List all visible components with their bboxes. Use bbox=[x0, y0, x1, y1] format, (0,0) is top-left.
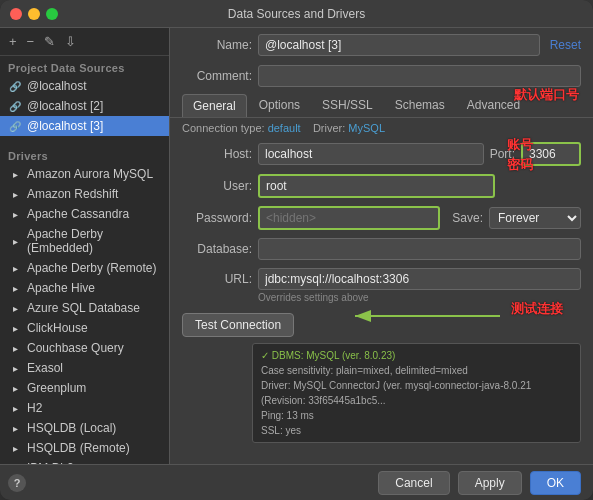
sidebar-item-derby-embedded[interactable]: ▸ Apache Derby (Embedded) bbox=[0, 224, 169, 258]
sidebar-item-azure[interactable]: ▸ Azure SQL Database bbox=[0, 298, 169, 318]
ok-button[interactable]: OK bbox=[530, 471, 581, 495]
conn-type-value[interactable]: default bbox=[268, 122, 301, 134]
driver-icon: ▸ bbox=[8, 234, 22, 248]
test-connection-button[interactable]: Test Connection bbox=[182, 313, 294, 337]
right-panel: Name: Reset Comment: General Options SSH… bbox=[170, 28, 593, 464]
sidebar-item-label: Amazon Aurora MySQL bbox=[27, 167, 153, 181]
tab-sshssl[interactable]: SSH/SSL bbox=[312, 94, 383, 117]
import-datasource-button[interactable]: ⇩ bbox=[62, 32, 79, 51]
tab-options[interactable]: Options bbox=[249, 94, 310, 117]
tab-advanced[interactable]: Advanced bbox=[457, 94, 530, 117]
sidebar-toolbar: + − ✎ ⇩ bbox=[0, 28, 169, 56]
sidebar: + − ✎ ⇩ Project Data Sources 🔗 @localhos… bbox=[0, 28, 170, 464]
result-line-4: SSL: yes bbox=[261, 423, 572, 438]
window-controls bbox=[10, 8, 58, 20]
driver-icon: ▸ bbox=[8, 401, 22, 415]
comment-label: Comment: bbox=[182, 69, 252, 83]
driver-value[interactable]: MySQL bbox=[348, 122, 385, 134]
driver-icon: ▸ bbox=[8, 261, 22, 275]
add-datasource-button[interactable]: + bbox=[6, 32, 20, 51]
sidebar-item-hive[interactable]: ▸ Apache Hive bbox=[0, 278, 169, 298]
sidebar-item-cassandra[interactable]: ▸ Apache Cassandra bbox=[0, 204, 169, 224]
sidebar-item-redshift[interactable]: ▸ Amazon Redshift bbox=[0, 184, 169, 204]
url-label: URL: bbox=[182, 268, 252, 286]
save-row: Save: ForeverUntil restartNever bbox=[452, 207, 581, 229]
database-row: Database: bbox=[170, 234, 593, 264]
port-input[interactable] bbox=[521, 142, 581, 166]
sidebar-item-label: @localhost [3] bbox=[27, 119, 103, 133]
user-input-wrapper bbox=[258, 174, 495, 198]
project-section-title: Project Data Sources bbox=[0, 56, 169, 76]
sidebar-item-label: Amazon Redshift bbox=[27, 187, 118, 201]
driver-icon: ▸ bbox=[8, 341, 22, 355]
sidebar-item-label: Exasol bbox=[27, 361, 63, 375]
drivers-section-title: Drivers bbox=[0, 144, 169, 164]
driver-icon: ▸ bbox=[8, 187, 22, 201]
user-input[interactable] bbox=[258, 174, 495, 198]
comment-row: Comment: bbox=[170, 62, 593, 90]
tab-schemas[interactable]: Schemas bbox=[385, 94, 455, 117]
sidebar-item-label: HSQLDB (Remote) bbox=[27, 441, 130, 455]
sidebar-item-clickhouse[interactable]: ▸ ClickHouse bbox=[0, 318, 169, 338]
database-input[interactable] bbox=[258, 238, 581, 260]
main-content: + − ✎ ⇩ Project Data Sources 🔗 @localhos… bbox=[0, 28, 593, 464]
sidebar-item-exasol[interactable]: ▸ Exasol bbox=[0, 358, 169, 378]
close-button[interactable] bbox=[10, 8, 22, 20]
driver-icon: ▸ bbox=[8, 207, 22, 221]
sidebar-item-hsqldb-local[interactable]: ▸ HSQLDB (Local) bbox=[0, 418, 169, 438]
driver-icon: ▸ bbox=[8, 421, 22, 435]
result-line-0: ✓ DBMS: MySQL (ver. 8.0.23) bbox=[261, 348, 572, 363]
apply-button[interactable]: Apply bbox=[458, 471, 522, 495]
password-input-wrapper bbox=[258, 206, 440, 230]
sidebar-item-couchbase[interactable]: ▸ Couchbase Query bbox=[0, 338, 169, 358]
help-button[interactable]: ? bbox=[8, 474, 26, 492]
driver-icon: ▸ bbox=[8, 281, 22, 295]
password-input[interactable] bbox=[258, 206, 440, 230]
result-line-3: Ping: 13 ms bbox=[261, 408, 572, 423]
sidebar-item-localhost[interactable]: 🔗 @localhost bbox=[0, 76, 169, 96]
maximize-button[interactable] bbox=[46, 8, 58, 20]
sidebar-item-localhost3[interactable]: 🔗 @localhost [3] bbox=[0, 116, 169, 136]
test-connection-row: Test Connection bbox=[170, 307, 593, 343]
sidebar-item-label: Apache Derby (Remote) bbox=[27, 261, 156, 275]
edit-datasource-button[interactable]: ✎ bbox=[41, 32, 58, 51]
driver-icon: ▸ bbox=[8, 381, 22, 395]
save-select[interactable]: ForeverUntil restartNever bbox=[489, 207, 581, 229]
reset-button[interactable]: Reset bbox=[550, 38, 581, 52]
sidebar-item-label: ClickHouse bbox=[27, 321, 88, 335]
sidebar-item-label: H2 bbox=[27, 401, 42, 415]
remove-datasource-button[interactable]: − bbox=[24, 32, 38, 51]
driver-icon: ▸ bbox=[8, 301, 22, 315]
sidebar-item-derby-remote[interactable]: ▸ Apache Derby (Remote) bbox=[0, 258, 169, 278]
host-input[interactable] bbox=[258, 143, 484, 165]
driver-icon: ▸ bbox=[8, 167, 22, 181]
tabs-container: General Options SSH/SSL Schemas Advanced bbox=[170, 90, 593, 118]
db-icon: 🔗 bbox=[8, 119, 22, 133]
sidebar-item-aurora[interactable]: ▸ Amazon Aurora MySQL bbox=[0, 164, 169, 184]
host-port-row: Host: Port: bbox=[170, 138, 593, 170]
user-label: User: bbox=[182, 179, 252, 193]
tab-general[interactable]: General bbox=[182, 94, 247, 117]
cancel-button[interactable]: Cancel bbox=[378, 471, 449, 495]
save-label: Save: bbox=[452, 211, 483, 225]
url-input[interactable] bbox=[258, 268, 581, 290]
name-row: Name: Reset bbox=[170, 28, 593, 62]
sidebar-item-localhost2[interactable]: 🔗 @localhost [2] bbox=[0, 96, 169, 116]
sidebar-item-hsqldb-remote[interactable]: ▸ HSQLDB (Remote) bbox=[0, 438, 169, 458]
database-label: Database: bbox=[182, 242, 252, 256]
comment-input[interactable] bbox=[258, 65, 581, 87]
name-input[interactable] bbox=[258, 34, 540, 56]
sidebar-item-h2[interactable]: ▸ H2 bbox=[0, 398, 169, 418]
host-label: Host: bbox=[182, 147, 252, 161]
name-label: Name: bbox=[182, 38, 252, 52]
driver-icon: ▸ bbox=[8, 321, 22, 335]
sidebar-item-greenplum[interactable]: ▸ Greenplum bbox=[0, 378, 169, 398]
port-label: Port: bbox=[490, 147, 515, 161]
main-window: Data Sources and Drivers + − ✎ ⇩ Project… bbox=[0, 0, 593, 500]
sidebar-item-label: Apache Cassandra bbox=[27, 207, 129, 221]
password-row: Password: Save: ForeverUntil restartNeve… bbox=[170, 202, 593, 234]
url-hint: Overrides settings above bbox=[258, 290, 581, 303]
url-row: URL: Overrides settings above bbox=[170, 264, 593, 307]
driver-icon: ▸ bbox=[8, 441, 22, 455]
minimize-button[interactable] bbox=[28, 8, 40, 20]
